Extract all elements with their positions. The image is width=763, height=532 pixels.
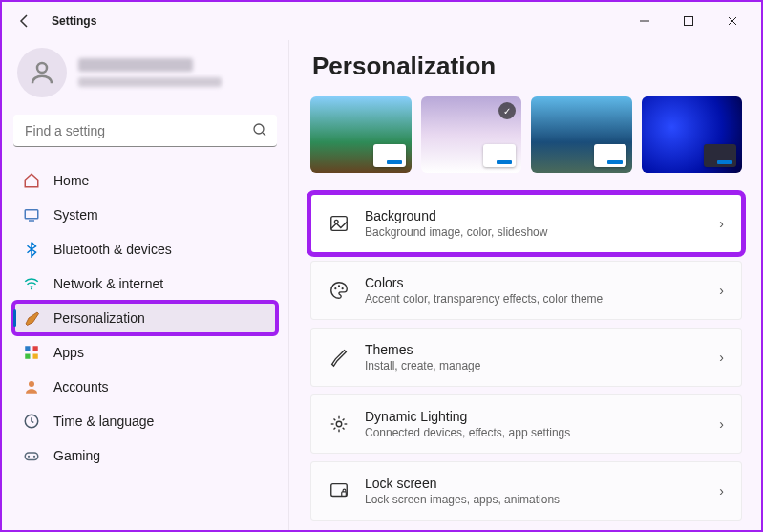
card-subtitle: Background image, color, slideshow — [365, 225, 704, 239]
sidebar: Home System Bluetooth & devices Network … — [2, 40, 288, 530]
theme-previews: ✓ — [310, 96, 742, 173]
sidebar-item-gaming[interactable]: Gaming — [13, 439, 277, 472]
main-content: Personalization ✓ Background Background … — [288, 40, 761, 530]
clock-icon — [23, 413, 40, 430]
svg-line-29 — [334, 428, 336, 430]
lock-screen-icon — [329, 480, 350, 501]
svg-rect-5 — [25, 210, 38, 219]
sidebar-item-label: Gaming — [53, 448, 100, 463]
theme-preview-1[interactable] — [310, 96, 412, 173]
paintbrush-icon — [23, 309, 40, 327]
page-title: Personalization — [312, 52, 742, 81]
back-button[interactable] — [10, 6, 40, 36]
svg-line-30 — [343, 419, 345, 421]
sidebar-item-label: System — [53, 207, 98, 223]
card-themes[interactable]: Themes Install, create, manage › — [310, 328, 742, 387]
system-icon — [23, 206, 40, 223]
card-title: Lock screen — [365, 476, 704, 491]
avatar — [17, 48, 67, 97]
card-background[interactable]: Background Background image, color, slid… — [310, 194, 742, 253]
svg-rect-1 — [685, 17, 693, 26]
titlebar: Settings — [2, 2, 761, 40]
sidebar-item-accounts[interactable]: Accounts — [13, 371, 277, 403]
svg-rect-14 — [25, 453, 38, 460]
card-subtitle: Connected devices, effects, app settings — [365, 426, 704, 439]
svg-rect-10 — [25, 354, 30, 359]
brush-icon — [329, 347, 350, 368]
palette-icon — [329, 280, 350, 301]
svg-line-27 — [334, 419, 336, 421]
sidebar-item-apps[interactable]: Apps — [13, 336, 277, 369]
sparkle-icon — [329, 414, 350, 435]
chevron-right-icon: › — [719, 350, 724, 365]
card-lock-screen[interactable]: Lock screen Lock screen images, apps, an… — [310, 461, 742, 521]
svg-rect-9 — [33, 346, 38, 351]
chevron-right-icon: › — [719, 283, 724, 298]
chevron-right-icon: › — [719, 483, 724, 499]
chevron-right-icon: › — [719, 216, 724, 231]
apps-icon — [23, 344, 40, 361]
minimize-button[interactable] — [631, 8, 658, 34]
search-box[interactable] — [13, 115, 277, 147]
wifi-icon — [23, 275, 40, 292]
maximize-button[interactable] — [675, 8, 702, 34]
search-icon — [252, 122, 267, 138]
svg-line-28 — [343, 428, 345, 430]
bluetooth-icon — [23, 241, 40, 258]
sidebar-item-personalization[interactable]: Personalization — [13, 302, 277, 334]
theme-preview-2[interactable]: ✓ — [421, 96, 522, 173]
svg-rect-31 — [331, 484, 348, 497]
chevron-right-icon: › — [719, 416, 724, 432]
svg-point-16 — [33, 456, 35, 458]
gamepad-icon — [23, 447, 40, 464]
svg-point-3 — [254, 124, 264, 134]
search-input[interactable] — [13, 115, 277, 147]
sidebar-item-label: Home — [53, 173, 89, 188]
app-title: Settings — [52, 14, 96, 28]
card-subtitle: Install, create, manage — [365, 359, 704, 372]
close-button[interactable] — [719, 8, 746, 34]
sidebar-item-label: Time & language — [53, 414, 154, 429]
svg-point-20 — [338, 285, 340, 287]
sidebar-item-label: Bluetooth & devices — [53, 242, 172, 257]
person-icon — [23, 378, 40, 395]
svg-point-22 — [336, 421, 342, 427]
sidebar-item-system[interactable]: System — [13, 199, 277, 231]
user-name-redacted — [78, 58, 193, 72]
sidebar-item-network[interactable]: Network & internet — [13, 267, 277, 300]
svg-point-15 — [28, 456, 30, 458]
home-icon — [23, 172, 40, 189]
card-colors[interactable]: Colors Accent color, transparency effect… — [310, 261, 742, 320]
user-profile[interactable] — [13, 40, 277, 115]
theme-preview-3[interactable] — [531, 96, 632, 173]
sidebar-item-label: Accounts — [53, 379, 109, 394]
svg-point-2 — [37, 63, 47, 73]
sidebar-item-bluetooth[interactable]: Bluetooth & devices — [13, 233, 277, 266]
sidebar-item-home[interactable]: Home — [13, 164, 277, 197]
svg-rect-11 — [33, 354, 38, 359]
svg-line-4 — [263, 133, 265, 136]
svg-point-7 — [31, 287, 32, 289]
card-title: Colors — [365, 275, 704, 290]
svg-point-19 — [334, 287, 336, 289]
card-title: Dynamic Lighting — [365, 409, 704, 424]
check-icon: ✓ — [498, 102, 516, 119]
card-title: Themes — [365, 342, 704, 357]
sidebar-item-label: Personalization — [53, 310, 145, 326]
card-dynamic-lighting[interactable]: Dynamic Lighting Connected devices, effe… — [310, 394, 742, 454]
svg-point-21 — [342, 287, 344, 289]
card-subtitle: Accent color, transparency effects, colo… — [365, 292, 704, 306]
theme-preview-4[interactable] — [642, 96, 743, 173]
card-subtitle: Lock screen images, apps, animations — [365, 493, 704, 506]
sidebar-item-label: Network & internet — [53, 276, 163, 291]
user-email-redacted — [78, 77, 222, 87]
image-icon — [329, 213, 350, 234]
sidebar-item-label: Apps — [53, 345, 84, 360]
svg-rect-8 — [25, 346, 30, 351]
svg-point-12 — [29, 381, 34, 387]
sidebar-item-time[interactable]: Time & language — [13, 405, 277, 437]
card-title: Background — [365, 208, 704, 223]
